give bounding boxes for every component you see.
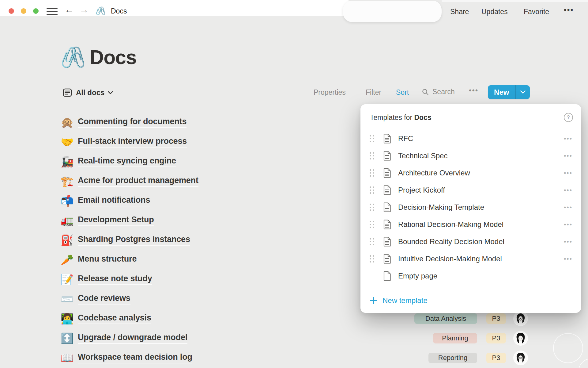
new-button[interactable]: New [488, 85, 530, 99]
empty-page-icon [383, 271, 391, 281]
doc-list-item[interactable]: 🏗️Acme for product management [61, 171, 198, 191]
template-item[interactable]: Decision-Making Template ••• [360, 199, 581, 216]
titlebar-edge [442, 0, 588, 2]
close-window-button[interactable] [9, 8, 14, 14]
drag-handle-icon[interactable] [370, 255, 375, 263]
avatar[interactable] [514, 351, 527, 365]
tag-reporting[interactable]: Reporting [428, 353, 477, 363]
template-item[interactable]: Rational Decision-Making Model ••• [360, 216, 581, 233]
back-arrow-icon[interactable]: ← [65, 5, 74, 14]
tag-planning[interactable]: Planning [433, 333, 477, 343]
updates-button[interactable]: Updates [481, 8, 508, 16]
doc-emoji-icon: 📝 [61, 273, 75, 286]
doc-list-item[interactable]: 🥕Menu structure [61, 250, 137, 270]
template-more-icon[interactable]: ••• [564, 152, 572, 159]
drag-handle-icon[interactable] [370, 238, 375, 245]
doc-emoji-icon: 🤝 [61, 136, 75, 148]
template-item-empty-page[interactable]: Empty page [360, 267, 581, 285]
doc-list-item[interactable]: ↕️Upgrade / downgrade model [61, 328, 187, 348]
doc-list-item[interactable]: 👩‍💻Codebase analysis [61, 309, 151, 328]
divider [360, 288, 581, 288]
search-label: Search [432, 88, 455, 96]
search-button[interactable]: Search [422, 88, 455, 96]
titlebar-pill [343, 1, 442, 22]
template-more-icon[interactable]: ••• [564, 186, 572, 194]
drag-handle-icon[interactable] [370, 135, 375, 142]
doc-emoji-icon: ⛽ [61, 234, 75, 246]
toolbar-more-icon[interactable]: ••• [469, 86, 478, 95]
template-more-icon[interactable]: ••• [564, 135, 572, 142]
document-icon [383, 237, 391, 247]
doc-title: Development Setup [78, 215, 154, 226]
more-icon[interactable]: ••• [564, 6, 574, 14]
document-icon [383, 220, 391, 229]
sidebar-toggle-icon[interactable] [47, 8, 58, 15]
templates-header-target: Docs [414, 113, 431, 121]
tag-data-analysis[interactable]: Data Analysis [414, 313, 477, 324]
template-item[interactable]: Intuitive Decision-Making Model ••• [360, 250, 581, 267]
zoom-window-button[interactable] [33, 8, 39, 14]
doc-list-item[interactable]: 📖Workspace team decision log [61, 348, 192, 368]
document-icon [383, 254, 391, 264]
properties-button[interactable]: Properties [314, 88, 346, 97]
drag-handle-icon[interactable] [370, 221, 375, 228]
template-item[interactable]: Technical Spec ••• [360, 147, 581, 164]
drag-handle-icon[interactable] [370, 152, 375, 159]
window-doc-title: Docs [111, 7, 127, 15]
doc-title: Release note study [78, 274, 152, 285]
sort-button[interactable]: Sort [396, 88, 409, 97]
avatar[interactable] [514, 332, 527, 345]
template-item[interactable]: RFC ••• [360, 130, 581, 147]
app-window: ← → 🖇️ Docs Share Updates Favorite ••• 🖇… [0, 0, 588, 368]
drag-handle-icon[interactable] [370, 186, 375, 194]
doc-list-item[interactable]: ⛽Sharding Postgres instances [61, 230, 190, 250]
doc-list-item[interactable]: ⌨️Code reviews [61, 289, 130, 309]
template-item[interactable]: Project Kickoff ••• [360, 182, 581, 199]
chevron-down-icon [520, 90, 526, 94]
doc-emoji-icon: 🏗️ [61, 175, 75, 187]
doc-list-item[interactable]: 🚛Development Setup [61, 211, 154, 230]
doc-list-item[interactable]: 🙊Commenting for documents [61, 113, 187, 132]
doc-emoji-icon: 🥕 [61, 254, 75, 266]
chevron-down-icon [108, 91, 113, 94]
doc-list-item[interactable]: 🤝Full-stack interview process [61, 132, 187, 152]
share-button[interactable]: Share [450, 8, 469, 16]
new-button-label: New [488, 85, 515, 99]
view-selector[interactable]: All docs [63, 88, 113, 98]
template-label: Empty page [398, 272, 437, 280]
doc-title: Codebase analysis [78, 313, 151, 324]
paperclip-icon: 🖇️ [96, 7, 105, 15]
page-title: Docs [90, 46, 137, 69]
template-more-icon[interactable]: ••• [564, 204, 572, 211]
ghost-circle [553, 333, 583, 363]
help-icon[interactable]: ? [564, 113, 573, 122]
template-item[interactable]: Architecture Overview ••• [360, 164, 581, 182]
priority-badge[interactable]: P3 [486, 353, 506, 363]
template-more-icon[interactable]: ••• [564, 169, 572, 177]
template-more-icon[interactable]: ••• [564, 238, 572, 245]
new-dropdown-button[interactable] [516, 85, 530, 99]
doc-list-item[interactable]: 📬Email notifications [61, 191, 150, 211]
template-more-icon[interactable]: ••• [564, 255, 572, 263]
priority-badge[interactable]: P3 [486, 313, 506, 324]
doc-list-item[interactable]: 📝Release note study [61, 270, 152, 289]
doc-list-item[interactable]: 🚂Real-time syncing engine [61, 152, 176, 171]
doc-emoji-icon: 📖 [61, 352, 75, 364]
new-template-button[interactable]: New template [370, 292, 428, 309]
avatar[interactable] [514, 312, 527, 325]
favorite-button[interactable]: Favorite [524, 8, 549, 16]
templates-header-label: Templates for Docs [370, 113, 432, 122]
minimize-window-button[interactable] [21, 8, 26, 14]
doc-emoji-icon: 🚛 [61, 214, 75, 227]
filter-button[interactable]: Filter [366, 88, 381, 97]
drag-handle-icon[interactable] [370, 169, 375, 177]
drag-handle-icon[interactable] [370, 204, 375, 211]
template-more-icon[interactable]: ••• [564, 221, 572, 228]
search-icon [422, 89, 429, 95]
document-icon [383, 185, 391, 195]
priority-badge[interactable]: P3 [486, 333, 506, 343]
document-icon [383, 151, 391, 161]
template-item[interactable]: Bounded Reality Decision Model ••• [360, 233, 581, 250]
doc-title: Menu structure [78, 254, 137, 265]
doc-emoji-icon: 🚂 [61, 155, 75, 168]
